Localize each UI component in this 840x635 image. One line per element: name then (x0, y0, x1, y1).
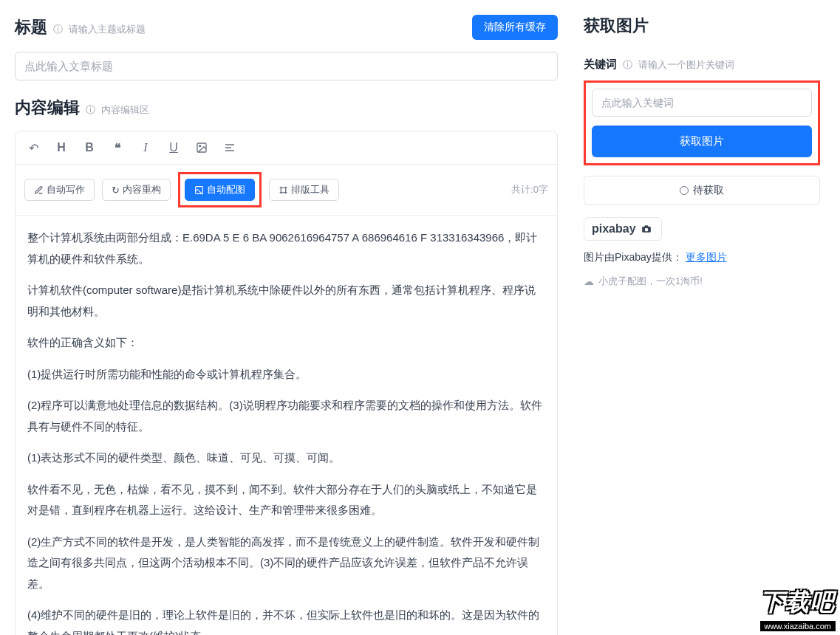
highlight-auto-image: 自动配图 (178, 172, 262, 207)
camera-icon (639, 224, 654, 234)
heading-icon[interactable]: H (52, 139, 70, 157)
title-section-label: 标题 (15, 16, 47, 38)
article-title-input[interactable] (15, 52, 558, 80)
content-p1: 整个计算机系统由两部分组成：E.69DA 5 E 6 BA 9062616964… (27, 227, 545, 270)
pixabay-logo: pixabay (584, 217, 662, 241)
content-p6: (1)表达形式不同的硬件类型、颜色、味道、可见、可摸、可闻。 (27, 447, 545, 469)
keyword-hint: 请输入一个图片关键词 (638, 58, 734, 72)
svg-point-1 (199, 145, 201, 147)
tip-text: ☁ 小虎子配图，一次1淘币! (584, 275, 820, 288)
editor-content[interactable]: 整个计算机系统由两部分组成：E.69DA 5 E 6 BA 9062616964… (16, 216, 557, 635)
circle-icon (680, 186, 689, 195)
pending-label: 待获取 (693, 184, 724, 197)
toolbar-actions: 自动写作 ↻ 内容重构 自动配图 排版工具 共计:0字 (16, 165, 557, 216)
quote-icon[interactable]: ❝ (109, 139, 126, 157)
bold-icon[interactable]: B (81, 139, 98, 157)
watermark-bottom: www.xiazaiba.com (760, 621, 836, 631)
credit-prefix: 图片由Pixabay提供： (584, 251, 683, 263)
toolbar-formatting: ↶ H B ❝ I U (16, 131, 557, 165)
auto-write-button[interactable]: 自动写作 (24, 179, 95, 201)
content-p2: 计算机软件(computer software)是指计算机系统中除硬件以外的所有… (27, 280, 545, 322)
restructure-label: 内容重构 (123, 183, 161, 196)
auto-write-label: 自动写作 (47, 183, 85, 196)
content-p3: 软件的正确含义如下： (27, 332, 545, 354)
highlight-keyword-box: 获取图片 (584, 80, 820, 165)
tip-label: 小虎子配图，一次1淘币! (598, 275, 703, 288)
editor-section-label: 内容编辑 (15, 97, 80, 119)
get-image-title: 获取图片 (584, 15, 820, 37)
cloud-icon: ☁ (584, 275, 594, 287)
get-image-button[interactable]: 获取图片 (592, 126, 812, 157)
more-images-link[interactable]: 更多图片 (686, 251, 727, 263)
undo-icon[interactable]: ↶ (24, 139, 42, 157)
content-p7: 软件看不见，无色，枯燥，看不见，摸不到，闻不到。软件大部分存在于人们的头脑或纸上… (27, 479, 545, 521)
restructure-button[interactable]: ↻ 内容重构 (102, 179, 171, 201)
keyword-input[interactable] (592, 89, 812, 117)
word-count: 共计:0字 (511, 183, 548, 196)
keyword-label: 关键词 (584, 58, 617, 72)
auto-image-button[interactable]: 自动配图 (185, 179, 255, 201)
underline-icon[interactable]: U (165, 139, 182, 157)
content-p8: (2)生产方式不同的软件是开发，是人类智能的高发挥，而不是传统意义上的硬件制造。… (27, 532, 545, 595)
layout-tool-label: 排版工具 (291, 183, 329, 196)
editor-card: ↶ H B ❝ I U 自动写作 ↻ 内 (15, 131, 558, 635)
pixabay-text: pixabay (592, 222, 636, 236)
info-icon: ⓘ (623, 58, 632, 72)
image-icon[interactable] (193, 139, 211, 157)
content-p4: (1)提供运行时所需功能和性能的命令或计算机程序集合。 (27, 364, 545, 385)
italic-icon[interactable]: I (137, 139, 154, 157)
content-p5: (2)程序可以满意地处理信息的数据结构。(3)说明程序功能要求和程序需要的文档的… (27, 395, 545, 437)
pending-status[interactable]: 待获取 (584, 176, 820, 205)
align-icon[interactable] (221, 139, 239, 157)
clear-cache-button[interactable]: 清除所有缓存 (472, 15, 558, 40)
credit-text: 图片由Pixabay提供： 更多图片 (584, 251, 820, 264)
info-icon: ⓘ (86, 103, 95, 117)
layout-tool-button[interactable]: 排版工具 (269, 179, 339, 201)
editor-hint: 内容编辑区 (101, 103, 149, 117)
auto-image-label: 自动配图 (207, 183, 245, 196)
watermark: 下载吧 www.xiazaiba.com (760, 586, 836, 632)
title-hint: 请输入主题或标题 (69, 23, 146, 36)
info-icon: ⓘ (53, 23, 63, 36)
content-p9: (4)维护不同的硬件是旧的，理论上软件是旧的，并不坏，但实际上软件也是旧的和坏的… (27, 605, 545, 635)
watermark-top: 下载吧 (760, 586, 836, 619)
